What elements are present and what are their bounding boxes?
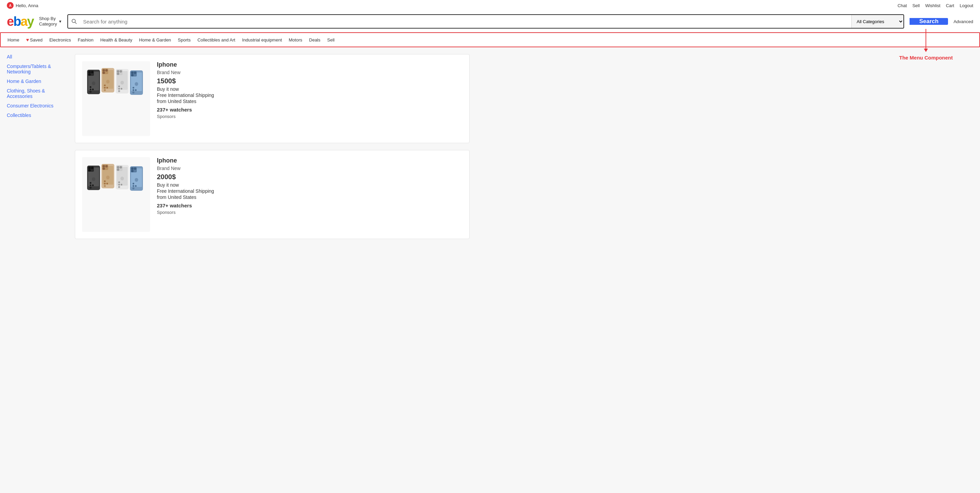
shop-by-category-button[interactable]: Shop ByCategory ▼ bbox=[39, 16, 62, 27]
nav-item-industrial[interactable]: Industrial equipment bbox=[239, 33, 285, 47]
svg-point-25 bbox=[132, 92, 134, 94]
svg-point-13 bbox=[107, 87, 108, 89]
svg-point-45 bbox=[131, 74, 134, 76]
product-buy-now-1: Buy it now bbox=[157, 86, 463, 92]
svg-point-41 bbox=[117, 73, 119, 75]
product-price-1: 1500$ bbox=[157, 77, 463, 85]
cart-link[interactable]: Cart bbox=[946, 3, 955, 8]
svg-point-50 bbox=[92, 185, 94, 186]
svg-point-73 bbox=[135, 178, 138, 182]
svg-point-28 bbox=[133, 87, 134, 89]
heart-icon: ♥ bbox=[26, 37, 29, 43]
svg-point-26 bbox=[133, 89, 134, 91]
svg-point-81 bbox=[103, 168, 105, 170]
nav-item-electronics[interactable]: Electronics bbox=[46, 33, 75, 47]
header: ebay Shop ByCategory ▼ All Categories El… bbox=[0, 11, 980, 32]
logo-a: a bbox=[21, 14, 27, 29]
nav-item-sports[interactable]: Sports bbox=[175, 33, 194, 47]
sidebar-item-consumer-electronics[interactable]: Consumer Electronics bbox=[7, 103, 68, 108]
svg-point-76 bbox=[91, 167, 94, 169]
nav-item-collectibles-art[interactable]: Collectibles and Art bbox=[194, 33, 239, 47]
svg-point-31 bbox=[89, 71, 91, 73]
sidebar-item-computers[interactable]: Computers/Tablets & Networking bbox=[7, 63, 68, 75]
svg-point-36 bbox=[105, 69, 108, 72]
nav-item-home-garden[interactable]: Home & Garden bbox=[136, 33, 175, 47]
search-button[interactable]: Search bbox=[910, 18, 948, 25]
svg-point-83 bbox=[117, 166, 119, 169]
svg-point-14 bbox=[104, 85, 106, 86]
top-nav-links: Chat Sell Wishlist Cart Logout bbox=[898, 3, 973, 8]
svg-point-43 bbox=[131, 72, 134, 74]
svg-point-79 bbox=[103, 165, 105, 168]
sell-link[interactable]: Sell bbox=[912, 3, 920, 8]
nav-item-home[interactable]: Home bbox=[4, 33, 23, 47]
svg-point-58 bbox=[104, 181, 106, 182]
product-image-2[interactable] bbox=[82, 157, 150, 232]
search-icon-wrap bbox=[68, 15, 80, 28]
search-icon bbox=[72, 19, 77, 24]
user-greeting: Hello, Anna bbox=[16, 3, 38, 8]
svg-point-8 bbox=[92, 82, 95, 86]
product-title-2: Iphone bbox=[157, 157, 463, 164]
logout-link[interactable]: Logout bbox=[959, 3, 973, 8]
svg-point-5 bbox=[90, 89, 92, 90]
svg-point-6 bbox=[92, 89, 94, 90]
svg-point-35 bbox=[103, 69, 105, 72]
svg-point-70 bbox=[133, 185, 134, 187]
svg-point-75 bbox=[89, 167, 91, 169]
nav-item-health-beauty[interactable]: Health & Beauty bbox=[97, 33, 136, 47]
product-info-1: Iphone Brand New 1500$ Buy it now Free I… bbox=[157, 61, 463, 136]
shop-by-category-label: Shop ByCategory bbox=[39, 16, 57, 27]
svg-point-56 bbox=[104, 183, 106, 185]
search-input[interactable] bbox=[80, 15, 851, 28]
sidebar-item-all[interactable]: All bbox=[7, 54, 68, 60]
logo-b: b bbox=[13, 14, 21, 29]
iphone-image-svg-2 bbox=[84, 159, 148, 230]
product-origin-1: from United States bbox=[157, 98, 463, 104]
product-sponsor-1: Sponsors bbox=[157, 114, 463, 119]
sidebar-item-home-garden[interactable]: Home & Garden bbox=[7, 79, 68, 84]
sidebar-item-collectibles[interactable]: Collectibles bbox=[7, 113, 68, 118]
svg-point-22 bbox=[121, 81, 124, 85]
svg-point-72 bbox=[133, 183, 134, 185]
chat-link[interactable]: Chat bbox=[898, 3, 907, 8]
iphone-image-svg-1 bbox=[84, 63, 148, 134]
ebay-logo[interactable]: ebay bbox=[7, 15, 34, 28]
logo-e: e bbox=[7, 14, 13, 29]
nav-item-deals[interactable]: Deals bbox=[305, 33, 324, 47]
svg-point-77 bbox=[89, 169, 91, 172]
svg-point-65 bbox=[118, 182, 120, 183]
svg-point-52 bbox=[92, 178, 95, 181]
svg-point-37 bbox=[103, 72, 105, 74]
svg-point-19 bbox=[118, 88, 120, 90]
svg-point-32 bbox=[91, 71, 94, 73]
nav-item-motors[interactable]: Motors bbox=[285, 33, 306, 47]
sidebar-item-clothing[interactable]: Clothing, Shoes & Accessories bbox=[7, 88, 68, 99]
top-bar: A Hello, Anna Chat Sell Wishlist Cart Lo… bbox=[0, 0, 980, 11]
svg-point-88 bbox=[134, 168, 137, 170]
svg-point-66 bbox=[121, 177, 124, 181]
nav-annotation-wrap: Home ♥ Saved Electronics Fashion Health … bbox=[0, 32, 980, 47]
advanced-link[interactable]: Advanced bbox=[953, 19, 973, 24]
product-watchers-1: 237+ watchers bbox=[157, 107, 463, 113]
svg-point-62 bbox=[118, 186, 120, 188]
search-bar: All Categories Electronics Fashion Healt… bbox=[67, 14, 904, 29]
svg-point-69 bbox=[132, 187, 134, 189]
nav-item-fashion[interactable]: Fashion bbox=[74, 33, 97, 47]
svg-line-1 bbox=[75, 22, 76, 24]
annotation-text: The Menu Component bbox=[899, 55, 953, 60]
svg-point-29 bbox=[135, 82, 138, 86]
nav-menu: Home ♥ Saved Electronics Fashion Health … bbox=[0, 32, 980, 47]
nav-item-sell[interactable]: Sell bbox=[324, 33, 338, 47]
product-shipping-2: Free International Shipping bbox=[157, 189, 463, 194]
category-select[interactable]: All Categories Electronics Fashion Healt… bbox=[851, 15, 904, 28]
wishlist-link[interactable]: Wishlist bbox=[925, 3, 940, 8]
svg-point-15 bbox=[106, 80, 110, 84]
user-avatar: A bbox=[7, 2, 14, 9]
product-image-1[interactable] bbox=[82, 61, 150, 136]
svg-point-7 bbox=[90, 86, 92, 88]
product-card-1: Iphone Brand New 1500$ Buy it now Free I… bbox=[75, 54, 469, 143]
svg-point-89 bbox=[131, 170, 134, 173]
nav-item-saved[interactable]: ♥ Saved bbox=[23, 33, 46, 47]
svg-point-87 bbox=[131, 168, 134, 170]
